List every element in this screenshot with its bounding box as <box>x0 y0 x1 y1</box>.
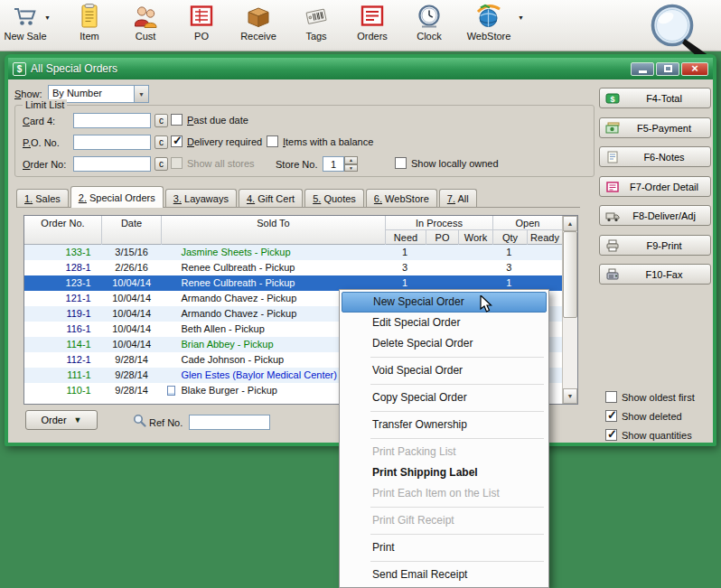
f5-payment-button[interactable]: F5-Payment <box>599 117 711 138</box>
toolbar-new-sale-button[interactable]: New Sale ▼ <box>0 3 51 48</box>
column-header-po[interactable]: PO <box>426 230 459 245</box>
cell-po <box>426 260 458 275</box>
toolbar-webstore-button[interactable]: WebStore ▼ <box>459 3 519 48</box>
toolbar-label: Cust <box>136 31 156 42</box>
f9-print-button[interactable]: F9-Print <box>599 235 711 256</box>
column-header-work[interactable]: Work <box>459 230 493 245</box>
menu-item-copy-special-order[interactable]: Copy Special Order <box>342 387 547 408</box>
menu-item-edit-special-order[interactable]: Edit Special Order <box>342 313 547 333</box>
toolbar-receive-button[interactable]: Receive <box>233 3 284 48</box>
menu-item-delete-special-order[interactable]: Delete Special Order <box>342 333 547 354</box>
past-due-checkbox[interactable]: Past due date <box>171 114 248 126</box>
menu-separator <box>370 411 544 412</box>
items-with-balance-checkbox[interactable]: Items with a balance <box>267 135 373 147</box>
menu-item-new-special-order[interactable]: New Special Order <box>342 292 547 313</box>
toolbar-label: New Sale <box>4 31 46 42</box>
group-header-open: Open <box>493 216 562 230</box>
tab-all[interactable]: 7. All <box>439 189 477 207</box>
ref-search-icon[interactable] <box>133 414 146 429</box>
order-no-clear-button[interactable]: c <box>154 157 168 171</box>
column-header-need[interactable]: Need <box>386 230 426 245</box>
cell-order-no: 110-1 <box>24 383 102 398</box>
column-header-sold-to[interactable]: Sold To <box>162 216 386 245</box>
chevron-down-icon: ▼ <box>134 86 148 102</box>
po-no-clear-button[interactable]: c <box>154 135 168 149</box>
menu-separator <box>370 438 544 439</box>
column-header-order-no[interactable]: Order No. <box>24 216 102 245</box>
tab-quotes[interactable]: 5. Quotes <box>304 189 364 207</box>
card4-clear-button[interactable]: c <box>154 114 168 127</box>
f6-notes-button[interactable]: F6-Notes <box>599 146 711 167</box>
toolbar-clock-button[interactable]: Clock <box>405 3 454 48</box>
menu-item-print-gift-receipt: Print Gift Receipt <box>342 510 547 531</box>
button-label: F8-Deliver/Adj <box>623 210 705 221</box>
show-locally-owned-checkbox[interactable]: Show locally owned <box>395 157 499 169</box>
vertical-scrollbar[interactable]: ▲ ▼ <box>562 216 577 404</box>
toolbar-tags-button[interactable]: Tags <box>292 3 341 48</box>
tab-gift-cert[interactable]: 4. Gift Cert <box>239 189 303 207</box>
webstore-globe-icon <box>475 3 502 30</box>
chevron-down-icon[interactable]: ▼ <box>44 14 51 21</box>
minimize-button[interactable] <box>631 62 654 76</box>
delivery-required-checkbox[interactable]: Delivery required <box>171 135 262 147</box>
item-pad-icon <box>76 3 103 30</box>
button-label: F10-Fax <box>623 269 705 280</box>
cell-date: 9/28/14 <box>102 368 162 383</box>
tab-sales[interactable]: 1. Sales <box>16 189 69 207</box>
menu-separator <box>370 507 544 508</box>
menu-item-print-shipping-label[interactable]: Print Shipping Label <box>342 462 547 483</box>
orders-list-icon <box>359 3 386 30</box>
menu-item-send-email-receipt[interactable]: Send Email Receipt <box>342 565 547 585</box>
store-no-label: Store No. <box>276 159 317 170</box>
column-header-ready[interactable]: Ready <box>528 230 562 245</box>
checkbox-label: Show locally owned <box>411 158 499 169</box>
maximize-button[interactable] <box>656 62 679 76</box>
payment-icon <box>605 121 620 135</box>
tab-layaways[interactable]: 3. Layaways <box>165 189 237 207</box>
cell-date: 2/26/16 <box>102 260 162 275</box>
f7-order-detail-button[interactable]: F7-Order Detail <box>599 176 711 197</box>
show-quantities-checkbox[interactable]: Show quantities <box>605 429 692 441</box>
store-no-stepper[interactable]: 1 ▲ ▼ <box>323 156 358 172</box>
stepper-up-icon[interactable]: ▲ <box>344 156 358 164</box>
show-label: Show: <box>14 89 42 99</box>
column-header-qty[interactable]: Qty <box>493 230 528 245</box>
toolbar-orders-button[interactable]: Orders <box>348 3 397 48</box>
svg-text:$: $ <box>610 94 614 103</box>
toolbar-customers-button[interactable]: Cust <box>121 3 170 48</box>
checkbox-box <box>605 429 617 441</box>
cell-order-no: 123-1 <box>24 275 102 291</box>
table-row[interactable]: 133-1 3/15/16 Jasmine Sheets - Pickup 1 … <box>24 245 562 260</box>
toolbar-item-button[interactable]: Item <box>65 3 114 48</box>
tab-special-orders[interactable]: 2. Special Orders <box>70 186 164 208</box>
menu-item-transfer-ownership[interactable]: Transfer Ownership <box>342 415 547 435</box>
menu-item-print[interactable]: Print <box>342 537 547 558</box>
chevron-down-icon[interactable]: ▼ <box>518 14 524 21</box>
window-titlebar[interactable]: $ All Special Orders × <box>8 58 713 79</box>
show-oldest-first-checkbox[interactable]: Show oldest first <box>605 391 695 403</box>
toolbar-po-button[interactable]: PO <box>177 3 226 48</box>
scroll-up-icon[interactable]: ▲ <box>563 216 577 231</box>
show-deleted-checkbox[interactable]: Show deleted <box>605 410 682 422</box>
ref-no-input[interactable] <box>189 415 270 430</box>
tab-label: 3. Layaways <box>173 193 229 204</box>
card4-input[interactable] <box>73 113 151 128</box>
po-no-input[interactable] <box>73 135 151 150</box>
scroll-down-icon[interactable]: ▼ <box>563 388 577 404</box>
cell-sold-to: Brian Abbey - Pickup <box>182 339 274 350</box>
close-button[interactable]: × <box>681 62 708 76</box>
stepper-down-icon[interactable]: ▼ <box>344 164 358 173</box>
table-row[interactable]: 128-1 2/26/16 Renee Culbreath - Pickup 3… <box>24 260 562 275</box>
order-menu-button[interactable]: Order ▼ <box>25 410 98 430</box>
limit-list-groupbox: Limit List Card 4: c Past due date P.O. … <box>14 105 595 177</box>
f8-deliver-adj-button[interactable]: F8-Deliver/Adj <box>599 205 711 226</box>
column-header-date[interactable]: Date <box>102 216 162 245</box>
menu-item-void-special-order[interactable]: Void Special Order <box>342 360 547 381</box>
tab-webstore[interactable]: 6. WebStore <box>366 189 437 207</box>
scrollbar-thumb[interactable] <box>563 231 577 318</box>
f10-fax-button[interactable]: F10-Fax <box>599 264 711 285</box>
order-no-input[interactable] <box>73 156 151 172</box>
fax-icon <box>605 267 620 282</box>
f4-total-button[interactable]: $ F4-Total <box>599 88 711 108</box>
document-icon <box>167 386 175 396</box>
